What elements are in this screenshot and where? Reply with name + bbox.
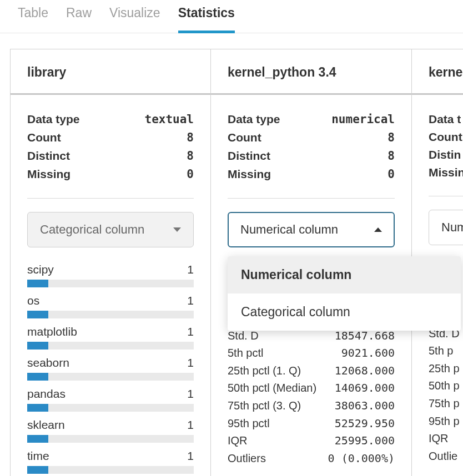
- meta-value: 0: [387, 166, 395, 184]
- stat-label: 5th pctl: [228, 345, 263, 362]
- card-title: kernel_python 3.4: [211, 49, 411, 95]
- category-item: os1: [27, 294, 194, 318]
- stat-value: 25995.000: [335, 432, 395, 450]
- meta-block: Data typenumerical Count8 Distinct8 Miss…: [228, 110, 395, 184]
- stats-card-kernel-34: kernel_python 3.4 Data typenumerical Cou…: [211, 49, 412, 476]
- stat-value: 14069.000: [335, 379, 395, 397]
- column-type-select[interactable]: Categorical column: [27, 212, 194, 247]
- stat-label: 95th p: [429, 413, 460, 431]
- stat-block: Std. D 5th p 25th p 50th p 75th p 95th p…: [429, 325, 463, 465]
- tab-table[interactable]: Table: [18, 6, 48, 33]
- tabs-bar: Table Raw Visualize Statistics: [0, 0, 463, 33]
- stat-label: 75th p: [429, 395, 460, 413]
- meta-value: 8: [387, 148, 395, 165]
- stat-value: 12068.000: [335, 362, 395, 380]
- meta-value: 0: [187, 166, 194, 184]
- meta-label: Missing: [27, 165, 71, 183]
- meta-label: Count: [27, 129, 61, 146]
- stat-label: Outlie: [429, 448, 457, 465]
- tab-raw[interactable]: Raw: [66, 6, 92, 33]
- bar-track: [27, 373, 194, 381]
- category-item: scipy1: [27, 263, 194, 287]
- category-item: pandas1: [27, 387, 194, 412]
- meta-label: Count: [228, 129, 261, 146]
- stat-label: 5th p: [429, 342, 453, 360]
- category-count: 1: [187, 263, 194, 276]
- stat-label: Outliers: [228, 450, 266, 468]
- stat-label: 50th p: [429, 377, 460, 395]
- bar-fill: [27, 435, 48, 443]
- chevron-up-icon: [374, 227, 382, 232]
- bar-track: [27, 466, 194, 474]
- meta-label: Distinct: [228, 147, 270, 165]
- category-name: os: [27, 294, 39, 307]
- bar-fill: [27, 342, 48, 350]
- meta-block: Data t Count Distin Missin: [429, 110, 463, 181]
- stat-label: 95th pctl: [228, 415, 270, 433]
- meta-label: Missin: [429, 164, 463, 181]
- meta-label: Missing: [228, 165, 271, 183]
- bar-fill: [27, 466, 48, 474]
- stat-block: Std. D18547.668 5th pctl9021.600 25th pc…: [228, 327, 395, 468]
- stat-label: IQR: [429, 430, 449, 448]
- category-item: sklearn1: [27, 418, 194, 443]
- card-title: kerne: [412, 49, 463, 95]
- category-item: matplotlib1: [27, 325, 194, 350]
- select-label: Numerical column: [240, 222, 338, 237]
- meta-value: numerical: [331, 111, 395, 129]
- tab-visualize[interactable]: Visualize: [109, 6, 160, 33]
- category-name: time: [27, 449, 49, 463]
- dropdown-option-numerical[interactable]: Numerical column: [228, 256, 461, 293]
- stats-card-library: library Data typetextual Count8 Distinct…: [10, 49, 211, 476]
- stat-value: 38063.000: [335, 397, 395, 415]
- category-count: 1: [187, 449, 194, 463]
- meta-label: Count: [429, 128, 462, 146]
- stat-label: IQR: [228, 432, 248, 450]
- category-name: scipy: [27, 263, 54, 276]
- meta-value: textual: [144, 111, 194, 129]
- bar-track: [27, 435, 194, 443]
- meta-label: Data t: [429, 110, 461, 128]
- meta-value: 8: [187, 148, 194, 165]
- category-name: pandas: [27, 387, 66, 401]
- meta-value: 8: [387, 129, 395, 147]
- bar-track: [27, 404, 194, 412]
- stat-value: 52529.950: [335, 415, 395, 433]
- bar-track: [27, 342, 194, 350]
- bar-track: [27, 280, 194, 287]
- category-list: scipy1 os1 matplotlib1 seaborn1 pandas1: [27, 263, 194, 474]
- stat-value: 0 (0.000%): [328, 450, 395, 468]
- meta-block: Data typetextual Count8 Distinct8 Missin…: [27, 110, 194, 184]
- category-count: 1: [187, 325, 194, 338]
- column-type-select[interactable]: Numerical column: [228, 212, 395, 247]
- stat-label: 25th pctl (1. Q): [228, 362, 301, 380]
- bar-fill: [27, 373, 48, 381]
- category-item: time1: [27, 449, 194, 474]
- category-count: 1: [187, 418, 194, 432]
- bar-fill: [27, 280, 48, 287]
- bar-track: [27, 311, 194, 318]
- column-type-select[interactable]: Num: [429, 210, 463, 245]
- meta-label: Distin: [429, 146, 461, 164]
- divider: [228, 198, 395, 199]
- stat-label: 75th pctl (3. Q): [228, 397, 301, 415]
- category-count: 1: [187, 294, 194, 307]
- chevron-down-icon: [173, 227, 181, 232]
- card-title: library: [11, 49, 210, 95]
- stat-label: 25th p: [429, 360, 460, 378]
- meta-value: 8: [187, 129, 194, 147]
- meta-label: Distinct: [27, 147, 70, 165]
- select-label: Categorical column: [40, 222, 144, 237]
- stat-value: 9021.600: [341, 345, 395, 362]
- category-item: seaborn1: [27, 356, 194, 381]
- dropdown-option-categorical[interactable]: Categorical column: [228, 293, 461, 331]
- dropdown-menu: Numerical column Categorical column: [228, 256, 461, 331]
- meta-label: Data type: [228, 110, 280, 128]
- tab-statistics[interactable]: Statistics: [178, 6, 235, 33]
- select-label: Num: [441, 220, 463, 235]
- category-count: 1: [187, 356, 194, 369]
- category-name: matplotlib: [27, 325, 77, 338]
- category-name: sklearn: [27, 418, 65, 432]
- stat-label: 50th pctl (Median): [228, 379, 316, 397]
- divider: [27, 198, 194, 199]
